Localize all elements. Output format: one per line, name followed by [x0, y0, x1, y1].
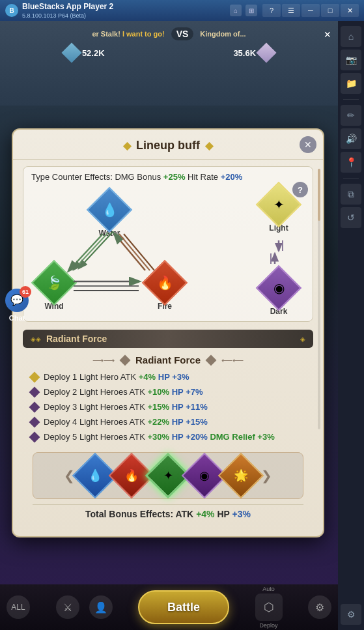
modal-scrollbar[interactable] — [318, 169, 320, 429]
battle-button-text: Battle — [167, 601, 200, 614]
type-counter-section: Type Counter Effects: DMG Bonus +25% Hit… — [23, 166, 313, 322]
toolbar-camera-icon[interactable]: 📷 — [341, 50, 361, 70]
toolbar-edit-icon[interactable]: ✏ — [341, 105, 361, 126]
auto-deploy-section: Auto ⬡ Deploy — [255, 586, 283, 629]
battle-right-text: Kingdom of... — [200, 30, 245, 38]
radiant-diamond-deco-right — [206, 354, 217, 365]
deploy-text-4: Deploy 4 Light Heroes ATK +22% HP +15% — [44, 417, 305, 427]
toolbar-settings-icon[interactable]: ⚙ — [341, 604, 361, 625]
settings-bottom-button[interactable]: ⚙ — [308, 595, 331, 619]
bluestacks-logo: B — [5, 4, 18, 17]
svg-line-8 — [124, 234, 154, 270]
battle-scene: er Stalk! I want to go! VS Kingdom of...… — [0, 21, 338, 106]
radiant-title-row: ⟶⟶ Radiant Force ⟵⟵ — [23, 354, 313, 365]
hero-icon-5: 🌟 — [218, 453, 264, 499]
maximize-button[interactable]: □ — [321, 4, 339, 17]
side-toolbar: ⌂ 📷 📁 ✏ 🔊 📍 ⧉ ↺ ⚙ — [338, 21, 364, 630]
battle-button[interactable]: Battle — [138, 590, 229, 624]
modal-title: ◆ Lineup buff ◆ — [26, 139, 310, 152]
deploy-diamond-2 — [29, 386, 40, 397]
battle-left-text: er Stalk! I want to go! — [92, 30, 164, 38]
radiant-header-bar: ◈◈ Radiant Force ◈ — [23, 330, 313, 348]
sword-button[interactable]: ⚔ — [56, 595, 79, 619]
element-wind: 🍃 Wind — [38, 266, 70, 311]
deploy-diamond-1 — [29, 371, 40, 382]
toolbar-home-icon[interactable]: ⌂ — [341, 26, 361, 47]
section-ornament-left: ◈◈ — [31, 336, 41, 343]
chat-button[interactable]: 💬 61 Chat — [0, 285, 34, 325]
deploy-label: Deploy — [259, 622, 277, 629]
deploy-row-2: Deploy 2 Light Heroes ATK +10% HP +7% — [31, 384, 305, 399]
window-controls: ? ☰ ─ □ ✕ — [262, 4, 359, 17]
deco-right: ◆ — [205, 139, 213, 152]
home-icon[interactable]: ⌂ — [230, 5, 242, 16]
deploy-text-2: Deploy 2 Light Heroes ATK +10% HP +7% — [44, 387, 305, 397]
score-left-num: 52.2K — [82, 48, 105, 58]
radiant-deco-right: ⟵⟵ — [221, 356, 244, 365]
radiant-deco-left: ⟶⟶ — [92, 356, 115, 365]
dmg-value: +25% — [163, 172, 186, 182]
score-row: 52.2K 35.6K — [0, 46, 338, 60]
minimize-button[interactable]: ─ — [301, 4, 320, 17]
sword-icon: ⚔ — [56, 595, 79, 619]
toolbar-rotate-icon[interactable]: ↺ — [341, 207, 361, 228]
atk-value-4: +22% — [147, 417, 169, 427]
element-dark: ◉ Dark — [262, 272, 295, 316]
deploy-text-1: Deploy 1 Light Hero ATK +4% HP +3% — [44, 372, 305, 382]
deploy-text-3: Deploy 3 Light Heroes ATK +15% HP +11% — [44, 402, 305, 412]
vs-text: VS — [171, 27, 194, 40]
section-ornament-right: ◈ — [300, 336, 305, 343]
toolbar-layers-icon[interactable]: ⧉ — [341, 184, 361, 205]
toolbar-folder-icon[interactable]: 📁 — [341, 73, 361, 94]
want-go-text: I want to go! — [122, 30, 165, 38]
character-button[interactable]: 👤 — [89, 595, 113, 619]
close-button[interactable]: ✕ — [341, 4, 359, 17]
modal-header: ◆ Lineup buff ◆ ✕ — [13, 130, 323, 160]
deploy-row-5: Deploy 5 Light Heroes ATK +30% HP +20% D… — [31, 429, 305, 444]
grid-icon[interactable]: ⊞ — [245, 5, 257, 16]
element-fire: 🔥 Fire — [148, 266, 181, 311]
chat-label: Chat — [9, 314, 25, 322]
toolbar-divider-1 — [343, 99, 359, 100]
toolbar-divider-2 — [343, 178, 359, 179]
chat-badge: 61 — [20, 286, 31, 298]
help-button[interactable]: ? — [262, 4, 281, 17]
score-right: 35.6K — [233, 46, 273, 60]
bottom-bar: ALL ⚔ 👤 Battle Auto ⬡ Deploy ⚙ — [0, 584, 338, 630]
help-icon[interactable]: ? — [292, 182, 308, 197]
svg-line-4 — [74, 233, 108, 269]
deploy-diamond-5 — [29, 431, 40, 442]
atk-value-3: +15% — [147, 402, 169, 412]
element-water: 💧 Water — [93, 193, 126, 238]
app-name: BlueStacks App Player 2 — [22, 2, 113, 11]
svg-line-7 — [119, 234, 150, 270]
game-area: er Stalk! I want to go! VS Kingdom of...… — [0, 21, 338, 630]
score-left-diamond — [61, 42, 81, 63]
radiant-section: ◈◈ Radiant Force ◈ ⟶⟶ Radiant Force ⟵⟵ — [23, 330, 313, 523]
hit-value: +20% — [221, 172, 243, 182]
app-version: 5.8.100.1013 P64 (Beta) — [22, 12, 86, 19]
auto-label: Auto — [262, 586, 275, 592]
radiant-diamond-deco — [119, 354, 130, 365]
total-bonus-row: Total Bonus Effects: ATK +4% HP +3% — [33, 504, 303, 523]
all-button[interactable]: ALL — [7, 595, 30, 619]
element-group-right: ? ✦ Light — [259, 188, 298, 316]
modal-scrollbar-thumb — [318, 169, 320, 221]
settings-bottom-icon: ⚙ — [308, 595, 331, 619]
deploy-text-5: Deploy 5 Light Heroes ATK +30% HP +20% D… — [44, 432, 305, 442]
expand-icon[interactable]: ✕ — [324, 29, 331, 40]
svg-line-3 — [69, 234, 103, 270]
title-bar: B BlueStacks App Player 2 5.8.100.1013 P… — [0, 0, 364, 21]
toolbar-volume-icon[interactable]: 🔊 — [341, 128, 361, 149]
toolbar-location-icon[interactable]: 📍 — [341, 152, 361, 173]
score-right-diamond — [257, 42, 277, 63]
deploy-button[interactable]: ⬡ — [255, 594, 283, 621]
menu-button[interactable]: ☰ — [282, 4, 300, 17]
svg-line-6 — [115, 234, 145, 270]
title-bar-icon-group: ⌂ ⊞ — [230, 5, 257, 16]
total-atk-value: +4% — [196, 509, 214, 519]
total-hp-value: +3% — [232, 509, 251, 519]
element-triangle-left: 💧 Water 🍃 Wind 🔥 — [38, 193, 181, 311]
deploy-row-4: Deploy 4 Light Heroes ATK +22% HP +15% — [31, 414, 305, 429]
close-modal-button[interactable]: ✕ — [300, 136, 316, 153]
